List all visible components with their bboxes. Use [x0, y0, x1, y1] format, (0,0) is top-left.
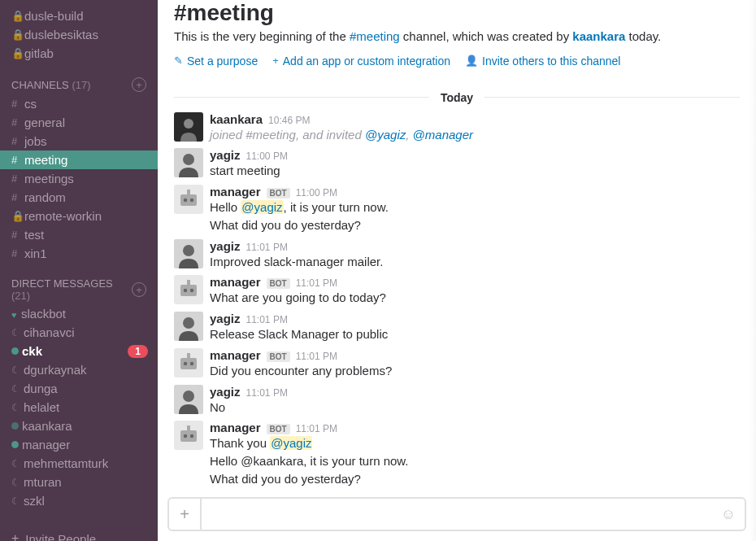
lock-icon: 🔒	[11, 210, 24, 222]
svg-point-11	[184, 289, 187, 292]
presence-away-icon: ☾	[11, 458, 20, 469]
channels-header-label: Channels	[11, 79, 69, 91]
sidebar-item-jobs[interactable]: #jobs	[0, 132, 158, 151]
emoji-button[interactable]: ☺	[712, 506, 745, 523]
svg-rect-7	[187, 190, 190, 194]
message-username[interactable]: manager	[210, 421, 261, 434]
add-app-button[interactable]: +Add an app or custom integration	[272, 55, 450, 68]
sidebar-dm-slackbot[interactable]: ♥slackbot	[0, 304, 158, 323]
sidebar-dm-cihanavci[interactable]: ☾cihanavci	[0, 323, 158, 342]
svg-rect-13	[187, 280, 190, 285]
sidebar-dm-dunga[interactable]: ☾dunga	[0, 379, 158, 398]
message-text: What did you do yesterday?	[210, 470, 740, 488]
message-row: manager BOT 11:01 PM Did you encounter a…	[174, 345, 740, 382]
message-username[interactable]: yagiz	[210, 385, 241, 399]
hash-icon: #	[11, 191, 24, 203]
heart-icon: ♥	[11, 310, 19, 317]
sidebar-item-meetings[interactable]: #meetings	[0, 169, 158, 188]
message-timestamp: 11:01 PM	[296, 351, 337, 362]
message-row: kaankara 10:46 PM joined #meeting, and i…	[174, 109, 740, 146]
svg-point-3	[183, 154, 194, 165]
channel-link[interactable]: #meeting	[350, 29, 400, 43]
message-text: Hello @kaankara, it is your turn now.	[210, 452, 740, 470]
svg-point-23	[184, 434, 187, 438]
message-text: joined #meeting, and invited @yagiz, @ma…	[210, 126, 740, 144]
message-username[interactable]: yagiz	[210, 148, 241, 162]
add-channel-icon[interactable]: +	[132, 77, 146, 92]
sidebar-item-test[interactable]: #test	[0, 225, 158, 244]
invite-others-button[interactable]: 👤Invite others to this channel	[465, 55, 620, 68]
message-text: Hello @yagiz, it is your turn now.	[210, 199, 740, 216]
message-timestamp: 11:00 PM	[246, 151, 288, 162]
invite-label: Invite People	[25, 532, 96, 542]
sidebar-item-meeting[interactable]: #meeting	[0, 151, 158, 169]
hash-icon: #	[11, 229, 24, 241]
channels-count: (17)	[72, 79, 90, 91]
message-text: start meeting	[210, 162, 740, 180]
sidebar-dm-dgurkaynak[interactable]: ☾dgurkaynak	[0, 360, 158, 379]
sidebar-dm-ckk[interactable]: ckk1	[0, 342, 158, 360]
svg-rect-4	[180, 194, 197, 206]
avatar	[174, 421, 203, 450]
sidebar-dm-helalet[interactable]: ☾helalet	[0, 398, 158, 417]
creator-link[interactable]: kaankara	[572, 29, 625, 43]
dm-count: (21)	[11, 290, 30, 302]
message-row: yagiz 11:01 PM Release Slack Manager to …	[174, 308, 740, 345]
message-row: yagiz 11:01 PM No	[174, 382, 740, 418]
svg-rect-22	[180, 430, 197, 442]
svg-rect-19	[187, 353, 190, 358]
message-row: yagiz 11:00 PM start meeting	[174, 145, 740, 181]
svg-point-17	[184, 362, 187, 365]
sidebar-item-general[interactable]: #general	[0, 113, 158, 132]
lock-icon: 🔒	[11, 28, 24, 41]
main-content: #meeting This is the very beginning of t…	[158, 0, 756, 541]
hash-icon: #	[11, 135, 24, 147]
message-username[interactable]: kaankara	[210, 112, 263, 126]
messages-pane[interactable]: Today kaankara 10:46 PM joined #meeting,…	[158, 76, 756, 495]
sidebar-item-duslebesiktas[interactable]: 🔒duslebesiktas	[0, 25, 158, 44]
sidebar-dm-manager[interactable]: manager	[0, 435, 158, 454]
presence-away-icon: ☾	[11, 477, 20, 488]
sidebar-item-dusle-build[interactable]: 🔒dusle-build	[0, 7, 158, 25]
hash-icon: #	[11, 247, 24, 260]
sidebar-dm-section: Direct Messages (21) + ♥slackbot☾cihanav…	[0, 276, 158, 510]
channels-header[interactable]: Channels (17) +	[0, 76, 158, 94]
sidebar-item-cs[interactable]: #cs	[0, 94, 158, 113]
sidebar-dm-kaankara[interactable]: kaankara	[0, 417, 158, 435]
message-username[interactable]: manager	[210, 275, 261, 289]
svg-point-9	[183, 245, 194, 256]
sidebar-dm-mturan[interactable]: ☾mturan	[0, 473, 158, 491]
message-text: What are you going to do today?	[210, 289, 740, 307]
sidebar-dm-mehmettamturk[interactable]: ☾mehmettamturk	[0, 454, 158, 473]
message-username[interactable]: yagiz	[210, 239, 241, 253]
presence-away-icon: ☾	[11, 364, 20, 376]
message-username[interactable]: yagiz	[210, 312, 241, 325]
message-username[interactable]: manager	[210, 185, 261, 199]
svg-point-24	[190, 434, 193, 438]
set-purpose-button[interactable]: ✎Set a purpose	[174, 55, 258, 68]
sidebar-item-random[interactable]: #random	[0, 188, 158, 207]
message-input[interactable]	[202, 508, 712, 521]
message-row: manager BOT 11:00 PM Hello @yagiz, it is…	[174, 181, 740, 236]
dm-header-label: Direct Messages	[11, 277, 113, 290]
message-username[interactable]: manager	[210, 348, 261, 362]
sidebar-item-remote-workin[interactable]: 🔒remote-workin	[0, 207, 158, 225]
add-dm-icon[interactable]: +	[132, 282, 146, 297]
message-text: Improved slack-manager mailer.	[210, 253, 740, 271]
svg-point-1	[184, 119, 193, 129]
sidebar-item-gitlab[interactable]: 🔒gitlab	[0, 44, 158, 63]
sidebar-item-xin1[interactable]: #xin1	[0, 244, 158, 263]
hash-icon: #	[11, 154, 24, 166]
avatar	[174, 385, 203, 414]
sidebar-dm-szkl[interactable]: ☾szkl	[0, 491, 158, 510]
dm-header[interactable]: Direct Messages (21) +	[0, 276, 158, 304]
attach-button[interactable]: +	[169, 499, 202, 530]
avatar	[174, 148, 203, 177]
channel-title: #meeting	[174, 0, 740, 26]
presence-away-icon: ☾	[11, 327, 20, 338]
person-icon: 👤	[465, 55, 478, 67]
channel-description: This is the very beginning of the #meeti…	[174, 28, 740, 46]
message-text: No	[210, 399, 740, 417]
invite-people-button[interactable]: + Invite People	[0, 523, 158, 541]
svg-rect-10	[180, 285, 197, 296]
